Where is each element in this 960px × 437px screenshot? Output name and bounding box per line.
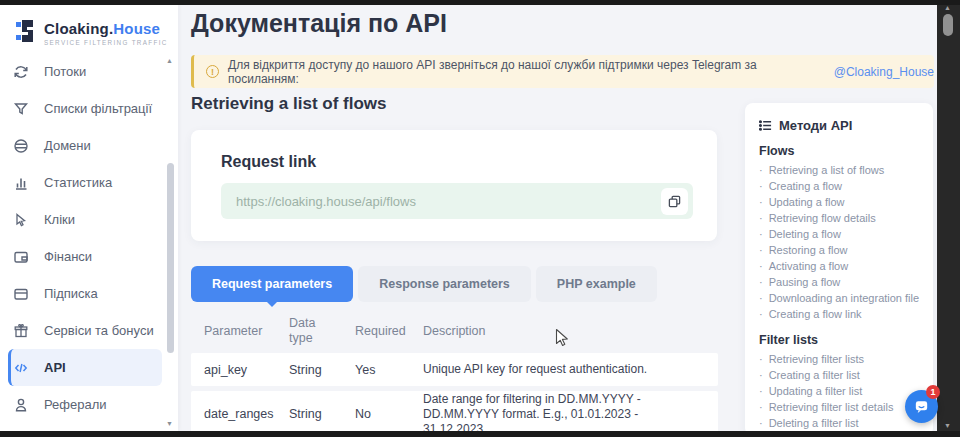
logo[interactable]: Cloaking.House SERVICE FILTERING TRAFFIC bbox=[0, 5, 178, 48]
method-link[interactable]: ·Creating a flow link bbox=[759, 306, 923, 322]
globe-icon bbox=[12, 137, 30, 155]
sidebar-item-label: Списки фільтрації bbox=[44, 101, 152, 116]
wallet-icon bbox=[12, 285, 30, 303]
sidebar-item-clicks[interactable]: Кліки bbox=[0, 201, 164, 238]
method-link[interactable]: ·Activating a flow bbox=[759, 258, 923, 274]
tabs: Request parameters Response parameters P… bbox=[191, 266, 657, 302]
method-link[interactable]: ·Retrieving filter lists bbox=[759, 351, 923, 367]
method-link[interactable]: ·Creating a flow bbox=[759, 178, 923, 194]
sidebar-scroll-up-icon[interactable]: ▲ bbox=[166, 57, 173, 64]
request-link-card: Request link https://cloaking.house/api/… bbox=[191, 130, 717, 241]
sidebar-scroll-down-icon[interactable]: ▼ bbox=[166, 420, 173, 427]
method-link[interactable]: ·Restoring a flow bbox=[759, 242, 923, 258]
column-header-required: Required bbox=[355, 324, 423, 338]
request-link-title: Request link bbox=[191, 130, 717, 171]
code-icon bbox=[12, 359, 30, 377]
sync-icon bbox=[12, 63, 30, 81]
sidebar: Cloaking.House SERVICE FILTERING TRAFFIC… bbox=[0, 5, 178, 431]
sidebar-item-domains[interactable]: Домени bbox=[0, 127, 164, 164]
page-title: Документація по API bbox=[191, 9, 447, 38]
method-link[interactable]: ·Retrieving filter list details bbox=[759, 399, 923, 415]
method-link[interactable]: ·Deleting a filter list bbox=[759, 415, 923, 431]
gift-icon bbox=[12, 322, 30, 340]
sidebar-item-label: Кліки bbox=[44, 212, 75, 227]
credit-card-icon bbox=[12, 248, 30, 266]
section-title: Retrieving a list of flows bbox=[191, 94, 387, 114]
cell-required: Yes bbox=[355, 363, 423, 377]
chat-bubble-icon bbox=[913, 398, 930, 415]
banner-text: Для відкриття доступу до нашого API звер… bbox=[228, 58, 821, 86]
list-icon bbox=[759, 119, 772, 132]
method-link[interactable]: ·Downloading an integration file bbox=[759, 290, 923, 306]
request-url-field[interactable]: https://cloaking.house/api/flows bbox=[221, 183, 693, 219]
sidebar-scrollbar-thumb[interactable] bbox=[167, 163, 174, 353]
sidebar-item-label: Фінанси bbox=[44, 249, 92, 264]
cell-required: No bbox=[355, 407, 423, 421]
cell-description: Date range for filtering in DD.MM.YYYY -… bbox=[423, 392, 708, 437]
sidebar-item-services-bonuses[interactable]: Сервіси та бонуси bbox=[0, 312, 164, 349]
sidebar-item-label: Підписка bbox=[44, 286, 98, 301]
cell-data-type: String bbox=[289, 407, 355, 421]
alert-icon: ! bbox=[206, 65, 219, 78]
telegram-link[interactable]: @Cloaking_House bbox=[834, 65, 934, 79]
scroll-up-arrow-icon[interactable]: ▲ bbox=[944, 4, 951, 11]
column-header-parameter: Parameter bbox=[204, 324, 289, 338]
tab-request-parameters[interactable]: Request parameters bbox=[191, 266, 353, 302]
method-link[interactable]: ·Retrieving a list of flows bbox=[759, 162, 923, 178]
window-top-border bbox=[0, 0, 960, 5]
sidebar-item-flows[interactable]: Потоки bbox=[0, 53, 164, 90]
sidebar-item-label: Потоки bbox=[44, 64, 86, 79]
sidebar-item-label: API bbox=[44, 360, 66, 375]
sidebar-item-label: Сервіси та бонуси bbox=[44, 323, 154, 338]
method-link[interactable]: ·Creating a filter list bbox=[759, 367, 923, 383]
copy-icon bbox=[668, 195, 681, 208]
column-header-data-type: Data type bbox=[289, 316, 325, 346]
table-header: Parameter Data type Required Description bbox=[191, 311, 718, 351]
table-row[interactable]: api_key String Yes Unique API key for re… bbox=[191, 353, 718, 386]
sidebar-item-finances[interactable]: Фінанси bbox=[0, 238, 164, 275]
bar-chart-icon bbox=[12, 174, 30, 192]
sidebar-nav: Потоки Списки фільтрації Домени Статисти… bbox=[0, 53, 164, 423]
browser-scrollbar[interactable]: ▲ ▼ bbox=[937, 0, 960, 437]
sidebar-item-label: Статистика bbox=[44, 175, 112, 190]
methods-panel-title: Методи API bbox=[759, 118, 923, 133]
user-icon bbox=[12, 396, 30, 414]
copy-button[interactable] bbox=[661, 188, 688, 215]
cell-data-type: String bbox=[289, 363, 355, 377]
method-link[interactable]: ·Pausing a flow bbox=[759, 274, 923, 290]
tab-response-parameters[interactable]: Response parameters bbox=[358, 266, 531, 302]
sidebar-item-api[interactable]: API bbox=[8, 349, 162, 386]
method-link[interactable]: ·Updating a filter list bbox=[759, 383, 923, 399]
info-banner: ! Для відкриття доступу до нашого API зв… bbox=[191, 55, 934, 88]
main-content: Документація по API ! Для відкриття дост… bbox=[178, 5, 937, 431]
sidebar-item-statistics[interactable]: Статистика bbox=[0, 164, 164, 201]
method-link[interactable]: ·Retrieving flow details bbox=[759, 210, 923, 226]
cell-parameter: date_ranges bbox=[204, 407, 289, 421]
method-link[interactable]: ·Updating a flow bbox=[759, 194, 923, 210]
sidebar-scrollbar[interactable]: ▲ ▼ bbox=[166, 55, 175, 427]
sidebar-item-subscription[interactable]: Підписка bbox=[0, 275, 164, 312]
sidebar-item-label: Реферали bbox=[44, 397, 107, 412]
brand-tagline: SERVICE FILTERING TRAFFIC bbox=[44, 39, 168, 46]
methods-group-flows: Flows bbox=[759, 144, 923, 158]
scroll-down-arrow-icon[interactable]: ▼ bbox=[944, 422, 951, 429]
brand-name: Cloaking.House bbox=[44, 20, 168, 37]
methods-group-filter-lists: Filter lists bbox=[759, 333, 923, 347]
sidebar-item-filter-lists[interactable]: Списки фільтрації bbox=[0, 90, 164, 127]
column-header-description: Description bbox=[423, 324, 718, 338]
filter-icon bbox=[12, 100, 30, 118]
cursor-icon bbox=[12, 211, 30, 229]
request-url-value: https://cloaking.house/api/flows bbox=[236, 194, 416, 209]
cell-parameter: api_key bbox=[204, 363, 289, 377]
window-bottom-border bbox=[0, 431, 960, 437]
scrollbar-thumb[interactable] bbox=[943, 14, 953, 36]
api-methods-panel: Методи API Flows ·Retrieving a list of f… bbox=[745, 103, 933, 436]
cloaking-house-logo-icon bbox=[13, 18, 36, 48]
sidebar-item-label: Домени bbox=[44, 138, 91, 153]
chat-notification-badge: 1 bbox=[926, 385, 940, 399]
method-link[interactable]: ·Deleting a flow bbox=[759, 226, 923, 242]
cell-description: Unique API key for request authenticatio… bbox=[423, 362, 708, 377]
tab-php-example[interactable]: PHP example bbox=[536, 266, 657, 302]
sidebar-item-referrals[interactable]: Реферали bbox=[0, 386, 164, 423]
